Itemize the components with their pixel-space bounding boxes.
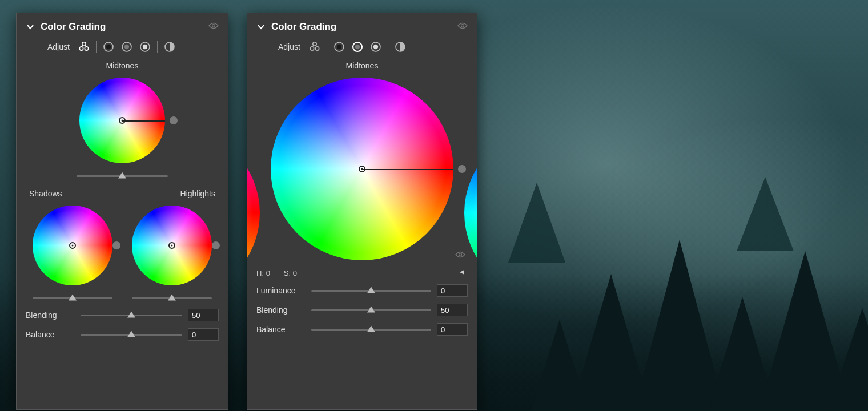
threeway-view-icon[interactable]	[308, 41, 321, 53]
balance-slider[interactable]	[81, 331, 182, 339]
midtones-label: Midtones	[256, 61, 468, 70]
midtones-view-icon[interactable]	[120, 41, 133, 53]
svg-point-17	[143, 45, 147, 49]
adjust-label: Adjust	[278, 42, 300, 51]
color-grading-panel-single: Color Grading Adjust Midtones	[247, 13, 477, 410]
shadows-label: Shadows	[29, 189, 119, 198]
highlights-label: Highlights	[125, 189, 215, 198]
svg-point-21	[310, 47, 314, 50]
shadows-view-icon[interactable]	[102, 41, 115, 53]
balance-slider[interactable]	[311, 325, 431, 333]
highlights-view-icon[interactable]	[369, 41, 382, 53]
luminance-slider[interactable]	[311, 287, 431, 295]
balance-value[interactable]: 0	[188, 328, 219, 341]
blending-value[interactable]: 50	[437, 304, 468, 316]
svg-marker-7	[737, 177, 794, 251]
highlights-sat-handle[interactable]	[212, 241, 220, 249]
shadows-wheel-handle[interactable]	[69, 242, 76, 249]
panel-title: Color Grading	[271, 21, 452, 33]
svg-point-11	[85, 47, 88, 50]
collapse-toggle[interactable]	[26, 22, 35, 31]
highlights-wheel-handle[interactable]	[168, 242, 175, 249]
svg-point-15	[124, 45, 129, 49]
hue-label: H: 0	[256, 269, 270, 277]
adjust-view-switcher: Adjust	[47, 41, 219, 53]
svg-marker-1	[571, 274, 651, 411]
shadows-color-wheel[interactable]	[33, 206, 112, 285]
disclosure-triangle-icon[interactable]	[459, 269, 465, 277]
blending-value[interactable]: 50	[188, 309, 219, 321]
midtones-label: Midtones	[26, 61, 219, 70]
svg-point-30	[459, 253, 462, 256]
shadows-view-icon[interactable]	[333, 41, 345, 53]
svg-point-13	[106, 45, 111, 49]
highlights-luminance-slider[interactable]	[132, 294, 212, 302]
svg-point-8	[212, 25, 215, 27]
shadows-sat-handle[interactable]	[112, 241, 120, 249]
color-grading-panel-threeway: Color Grading Adjust Midtones	[16, 13, 228, 410]
svg-point-22	[315, 47, 319, 50]
midtones-view-icon[interactable]	[351, 41, 364, 53]
shadows-luminance-slider[interactable]	[33, 294, 112, 302]
midtones-sat-handle[interactable]	[458, 165, 466, 173]
svg-point-19	[461, 25, 464, 27]
midtones-sat-handle[interactable]	[170, 116, 178, 124]
midtones-wheel-handle[interactable]	[359, 166, 365, 172]
blending-label: Blending	[256, 305, 306, 315]
visibility-toggle-icon[interactable]	[208, 22, 219, 32]
adjust-view-switcher: Adjust	[278, 41, 468, 53]
collapse-toggle[interactable]	[256, 22, 266, 31]
svg-point-9	[82, 42, 86, 46]
balance-label: Balance	[26, 330, 75, 339]
svg-point-24	[337, 45, 341, 49]
threeway-view-icon[interactable]	[78, 41, 90, 53]
svg-point-20	[313, 42, 316, 46]
svg-marker-2	[634, 240, 725, 411]
blending-label: Blending	[26, 311, 75, 320]
balance-value[interactable]: 0	[437, 323, 468, 336]
saturation-label: S: 0	[284, 269, 297, 277]
svg-marker-6	[508, 183, 565, 263]
luminance-label: Luminance	[256, 286, 306, 295]
adjust-label: Adjust	[47, 42, 70, 51]
panel-title: Color Grading	[41, 21, 203, 33]
highlights-view-icon[interactable]	[139, 41, 151, 53]
svg-marker-31	[460, 270, 464, 275]
midtones-wheel-handle[interactable]	[119, 117, 126, 124]
luminance-value[interactable]: 0	[437, 284, 468, 297]
wheel-visibility-icon[interactable]	[455, 251, 465, 261]
blending-slider[interactable]	[311, 306, 431, 314]
global-view-icon[interactable]	[163, 41, 176, 53]
global-view-icon[interactable]	[394, 41, 407, 53]
highlights-color-wheel[interactable]	[132, 206, 212, 285]
hue-saturation-readout: H: 0 S: 0	[256, 269, 468, 277]
svg-point-26	[355, 45, 360, 49]
visibility-toggle-icon[interactable]	[457, 22, 468, 32]
svg-point-10	[79, 47, 83, 50]
midtones-color-wheel[interactable]	[271, 78, 453, 260]
midtones-color-wheel[interactable]	[79, 78, 165, 163]
svg-point-28	[373, 45, 378, 49]
balance-label: Balance	[256, 325, 306, 334]
blending-slider[interactable]	[81, 311, 182, 319]
midtones-luminance-slider[interactable]	[77, 172, 168, 180]
